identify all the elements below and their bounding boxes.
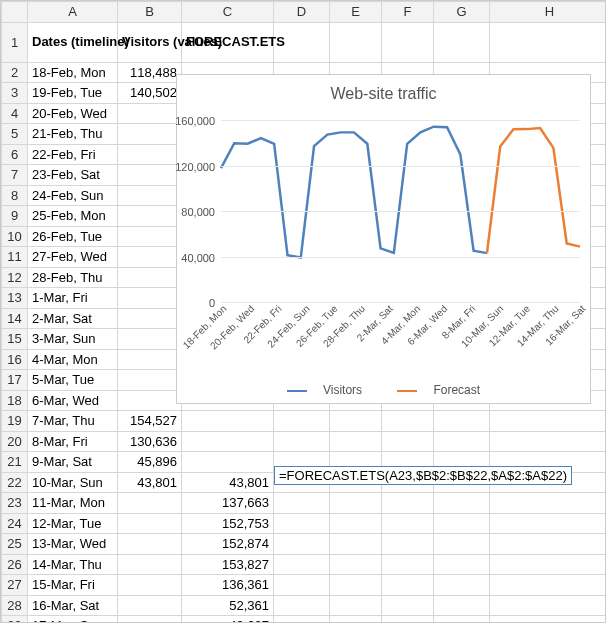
cell-F28[interactable] — [382, 595, 434, 616]
cell-A6[interactable]: 22-Feb, Fri — [28, 144, 118, 165]
cell-G28[interactable] — [434, 595, 490, 616]
col-header-E[interactable]: E — [330, 2, 382, 23]
cell-A15[interactable]: 3-Mar, Sun — [28, 329, 118, 350]
row-header-8[interactable]: 8 — [2, 185, 28, 206]
row-header-4[interactable]: 4 — [2, 103, 28, 124]
cell-E26[interactable] — [330, 554, 382, 575]
cell-H19[interactable] — [490, 411, 607, 432]
row-header-21[interactable]: 21 — [2, 452, 28, 473]
cell-A3[interactable]: 19-Feb, Tue — [28, 83, 118, 104]
cell-A11[interactable]: 27-Feb, Wed — [28, 247, 118, 268]
cell-D27[interactable] — [274, 575, 330, 596]
cell-A19[interactable]: 7-Mar, Thu — [28, 411, 118, 432]
cell-A5[interactable]: 21-Feb, Thu — [28, 124, 118, 145]
cell-1-H[interactable] — [490, 22, 607, 62]
cell-B3[interactable]: 140,502 — [118, 83, 182, 104]
cell-C27[interactable]: 136,361 — [182, 575, 274, 596]
cell-F27[interactable] — [382, 575, 434, 596]
cell-B25[interactable] — [118, 534, 182, 555]
cell-E20[interactable] — [330, 431, 382, 452]
cell-B9[interactable] — [118, 206, 182, 227]
cell-H28[interactable] — [490, 595, 607, 616]
cell-C19[interactable] — [182, 411, 274, 432]
cell-H29[interactable] — [490, 616, 607, 624]
row-header-25[interactable]: 25 — [2, 534, 28, 555]
cell-A9[interactable]: 25-Feb, Mon — [28, 206, 118, 227]
cell-1-F[interactable] — [382, 22, 434, 62]
cell-A22[interactable]: 10-Mar, Sun — [28, 472, 118, 493]
cell-B15[interactable] — [118, 329, 182, 350]
cell-E23[interactable] — [330, 493, 382, 514]
cell-C22[interactable]: 43,801 — [182, 472, 274, 493]
cell-A21[interactable]: 9-Mar, Sat — [28, 452, 118, 473]
cell-A18[interactable]: 6-Mar, Wed — [28, 390, 118, 411]
cell-A12[interactable]: 28-Feb, Thu — [28, 267, 118, 288]
cell-F24[interactable] — [382, 513, 434, 534]
row-header-16[interactable]: 16 — [2, 349, 28, 370]
cell-G25[interactable] — [434, 534, 490, 555]
cell-D24[interactable] — [274, 513, 330, 534]
cell-G20[interactable] — [434, 431, 490, 452]
cell-E29[interactable] — [330, 616, 382, 624]
cell-B19[interactable]: 154,527 — [118, 411, 182, 432]
row-header-24[interactable]: 24 — [2, 513, 28, 534]
row-header-11[interactable]: 11 — [2, 247, 28, 268]
row-header-15[interactable]: 15 — [2, 329, 28, 350]
cell-B21[interactable]: 45,896 — [118, 452, 182, 473]
cell-E28[interactable] — [330, 595, 382, 616]
cell-D23[interactable] — [274, 493, 330, 514]
cell-H27[interactable] — [490, 575, 607, 596]
cell-B4[interactable] — [118, 103, 182, 124]
cell-A29[interactable]: 17-Mar, Sun — [28, 616, 118, 624]
row-header-7[interactable]: 7 — [2, 165, 28, 186]
cell-C24[interactable]: 152,753 — [182, 513, 274, 534]
row-header-12[interactable]: 12 — [2, 267, 28, 288]
cell-G27[interactable] — [434, 575, 490, 596]
cell-B16[interactable] — [118, 349, 182, 370]
cell-H26[interactable] — [490, 554, 607, 575]
row-header-5[interactable]: 5 — [2, 124, 28, 145]
cell-A23[interactable]: 11-Mar, Mon — [28, 493, 118, 514]
cell-G26[interactable] — [434, 554, 490, 575]
header-cell-A[interactable]: Dates (timeline) — [28, 22, 118, 62]
cell-B29[interactable] — [118, 616, 182, 624]
cell-E24[interactable] — [330, 513, 382, 534]
cell-B27[interactable] — [118, 575, 182, 596]
row-header-9[interactable]: 9 — [2, 206, 28, 227]
cell-B14[interactable] — [118, 308, 182, 329]
cell-A2[interactable]: 18-Feb, Mon — [28, 62, 118, 83]
cell-H23[interactable] — [490, 493, 607, 514]
cell-C25[interactable]: 152,874 — [182, 534, 274, 555]
col-header-A[interactable]: A — [28, 2, 118, 23]
cell-D28[interactable] — [274, 595, 330, 616]
cell-A25[interactable]: 13-Mar, Wed — [28, 534, 118, 555]
cell-A27[interactable]: 15-Mar, Fri — [28, 575, 118, 596]
cell-G19[interactable] — [434, 411, 490, 432]
cell-H25[interactable] — [490, 534, 607, 555]
cell-F25[interactable] — [382, 534, 434, 555]
cell-C28[interactable]: 52,361 — [182, 595, 274, 616]
cell-B22[interactable]: 43,801 — [118, 472, 182, 493]
cell-A26[interactable]: 14-Mar, Thu — [28, 554, 118, 575]
cell-1-G[interactable] — [434, 22, 490, 62]
cell-D29[interactable] — [274, 616, 330, 624]
col-header-D[interactable]: D — [274, 2, 330, 23]
row-header-13[interactable]: 13 — [2, 288, 28, 309]
cell-B23[interactable] — [118, 493, 182, 514]
cell-C26[interactable]: 153,827 — [182, 554, 274, 575]
cell-F26[interactable] — [382, 554, 434, 575]
cell-B28[interactable] — [118, 595, 182, 616]
cell-A4[interactable]: 20-Feb, Wed — [28, 103, 118, 124]
cell-A28[interactable]: 16-Mar, Sat — [28, 595, 118, 616]
col-header-B[interactable]: B — [118, 2, 182, 23]
row-header-22[interactable]: 22 — [2, 472, 28, 493]
col-header-C[interactable]: C — [182, 2, 274, 23]
cell-A14[interactable]: 2-Mar, Sat — [28, 308, 118, 329]
cell-A7[interactable]: 23-Feb, Sat — [28, 165, 118, 186]
cell-A8[interactable]: 24-Feb, Sun — [28, 185, 118, 206]
cell-B6[interactable] — [118, 144, 182, 165]
cell-E27[interactable] — [330, 575, 382, 596]
cell-D25[interactable] — [274, 534, 330, 555]
row-header-28[interactable]: 28 — [2, 595, 28, 616]
row-header-18[interactable]: 18 — [2, 390, 28, 411]
